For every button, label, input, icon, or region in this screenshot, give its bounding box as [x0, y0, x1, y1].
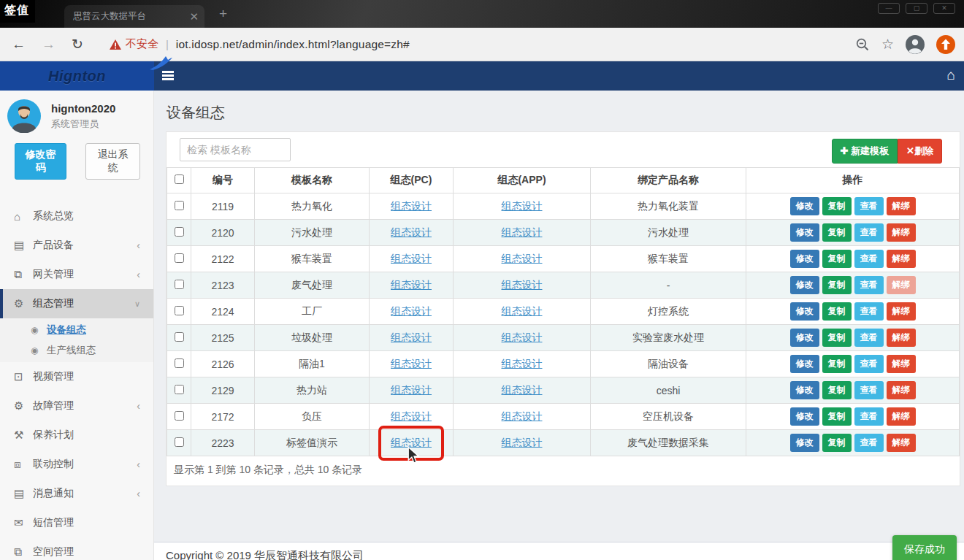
app-design-link[interactable]: 组态设计 — [502, 279, 543, 291]
profile-avatar-icon[interactable] — [906, 35, 925, 54]
edit-button[interactable]: 修改 — [790, 407, 819, 426]
edit-button[interactable]: 修改 — [790, 276, 819, 294]
copy-button[interactable]: 复制 — [822, 355, 852, 373]
pc-design-link[interactable]: 组态设计 — [391, 226, 432, 238]
edit-button[interactable]: 修改 — [790, 434, 819, 452]
maximize-icon[interactable]: ▢ — [906, 3, 927, 14]
delete-button[interactable]: ✕删除 — [898, 139, 942, 164]
pc-design-link[interactable]: 组态设计 — [391, 410, 432, 422]
site-security-chip[interactable]: 不安全 | — [110, 37, 176, 51]
copy-button[interactable]: 复制 — [822, 381, 852, 399]
row-checkbox[interactable] — [175, 358, 184, 368]
pc-design-link[interactable]: 组态设计 — [391, 279, 432, 291]
edit-button[interactable]: 修改 — [790, 381, 819, 399]
new-tab-icon[interactable]: + — [219, 6, 227, 22]
pc-design-link[interactable]: 组态设计 — [391, 437, 432, 448]
app-design-link[interactable]: 组态设计 — [502, 358, 543, 369]
sidebar-item-linkage[interactable]: ⧈联动控制‹ — [0, 450, 153, 479]
pc-design-link[interactable]: 组态设计 — [391, 200, 432, 212]
logout-button[interactable]: 退出系统 — [85, 143, 140, 180]
new-template-button[interactable]: ✚ 新建模板 — [832, 139, 898, 164]
zoom-out-icon[interactable] — [855, 37, 870, 52]
bookmark-star-icon[interactable]: ☆ — [881, 36, 894, 53]
copy-button[interactable]: 复制 — [822, 329, 852, 347]
app-design-link[interactable]: 组态设计 — [502, 253, 543, 264]
app-design-link[interactable]: 组态设计 — [502, 437, 543, 448]
copy-button[interactable]: 复制 — [822, 223, 852, 242]
back-icon[interactable]: ← — [12, 37, 26, 53]
unbind-button[interactable]: 解绑 — [887, 223, 916, 242]
copy-button[interactable]: 复制 — [822, 197, 852, 215]
select-all-checkbox[interactable] — [175, 174, 184, 184]
app-design-link[interactable]: 组态设计 — [502, 331, 543, 343]
pc-design-link[interactable]: 组态设计 — [391, 253, 432, 264]
view-button[interactable]: 查看 — [854, 302, 884, 321]
sidebar-subitem-line-config[interactable]: ◉生产线组态 — [0, 340, 153, 361]
sidebar-subitem-device-config[interactable]: ◉设备组态 — [0, 320, 153, 340]
edit-button[interactable]: 修改 — [790, 329, 819, 347]
row-checkbox[interactable] — [175, 385, 184, 394]
unbind-button[interactable]: 解绑 — [887, 302, 916, 321]
edit-button[interactable]: 修改 — [790, 302, 819, 321]
home-icon[interactable]: ⌂ — [947, 67, 955, 83]
pc-design-link[interactable]: 组态设计 — [391, 358, 432, 369]
unbind-button[interactable]: 解绑 — [887, 250, 916, 268]
row-checkbox[interactable] — [175, 332, 184, 342]
view-button[interactable]: 查看 — [854, 223, 884, 242]
view-button[interactable]: 查看 — [854, 250, 884, 268]
view-button[interactable]: 查看 — [854, 276, 884, 294]
copy-button[interactable]: 复制 — [822, 250, 852, 268]
change-password-button[interactable]: 修改密码 — [15, 143, 66, 180]
minimize-icon[interactable]: — — [878, 3, 900, 14]
row-checkbox[interactable] — [175, 253, 184, 263]
app-design-link[interactable]: 组态设计 — [502, 384, 543, 396]
sidebar-toggle-icon[interactable] — [162, 71, 174, 73]
app-design-link[interactable]: 组态设计 — [502, 305, 543, 317]
edit-button[interactable]: 修改 — [790, 250, 819, 268]
url-text[interactable]: iot.idosp.net/admin/index.html?language=… — [176, 38, 410, 51]
forward-icon[interactable]: → — [42, 37, 56, 53]
sidebar-item-fault[interactable]: ⚙故障管理‹ — [0, 391, 153, 421]
sidebar-item-config[interactable]: ⚙组态管理∨ — [0, 289, 153, 318]
sidebar-item-overview[interactable]: ⌂系统总览 — [0, 202, 153, 231]
view-button[interactable]: 查看 — [854, 329, 884, 347]
edit-button[interactable]: 修改 — [790, 197, 819, 215]
browser-update-icon[interactable] — [936, 35, 955, 54]
row-checkbox[interactable] — [175, 437, 184, 447]
sidebar-item-maintenance[interactable]: ⚒保养计划 — [0, 421, 153, 450]
edit-button[interactable]: 修改 — [790, 223, 819, 242]
view-button[interactable]: 查看 — [854, 197, 884, 215]
app-design-link[interactable]: 组态设计 — [502, 410, 543, 422]
app-design-link[interactable]: 组态设计 — [502, 226, 543, 238]
copy-button[interactable]: 复制 — [822, 302, 852, 321]
row-checkbox[interactable] — [175, 227, 184, 237]
copy-button[interactable]: 复制 — [822, 407, 852, 426]
app-design-link[interactable]: 组态设计 — [502, 200, 543, 212]
pc-design-link[interactable]: 组态设计 — [391, 331, 432, 343]
sidebar-item-message[interactable]: ▤消息通知‹ — [0, 479, 153, 508]
view-button[interactable]: 查看 — [854, 434, 884, 452]
view-button[interactable]: 查看 — [854, 355, 884, 373]
unbind-button[interactable]: 解绑 — [887, 381, 916, 399]
unbind-button[interactable]: 解绑 — [887, 329, 916, 347]
reload-icon[interactable]: ↻ — [72, 36, 83, 53]
row-checkbox[interactable] — [175, 306, 184, 315]
sidebar-item-sms[interactable]: ✉短信管理 — [0, 508, 153, 537]
search-input[interactable] — [180, 138, 291, 161]
tab-close-icon[interactable]: ✕ — [189, 10, 199, 23]
unbind-button[interactable]: 解绑 — [887, 355, 916, 373]
sidebar-item-product-device[interactable]: ▤产品设备‹ — [0, 231, 153, 260]
row-checkbox[interactable] — [175, 280, 184, 289]
unbind-button[interactable]: 解绑 — [887, 434, 916, 452]
app-logo[interactable]: Hignton — [0, 61, 154, 91]
edit-button[interactable]: 修改 — [790, 355, 819, 373]
unbind-button[interactable]: 解绑 — [887, 407, 916, 426]
copy-button[interactable]: 复制 — [822, 434, 852, 452]
row-checkbox[interactable] — [175, 201, 184, 210]
pc-design-link[interactable]: 组态设计 — [391, 305, 432, 317]
close-icon[interactable]: ✕ — [933, 3, 955, 14]
sidebar-item-gateway[interactable]: ⧉网关管理‹ — [0, 260, 153, 289]
sidebar-item-space[interactable]: ⧉空间管理 — [0, 537, 153, 560]
copy-button[interactable]: 复制 — [822, 276, 852, 294]
pc-design-link[interactable]: 组态设计 — [391, 384, 432, 396]
